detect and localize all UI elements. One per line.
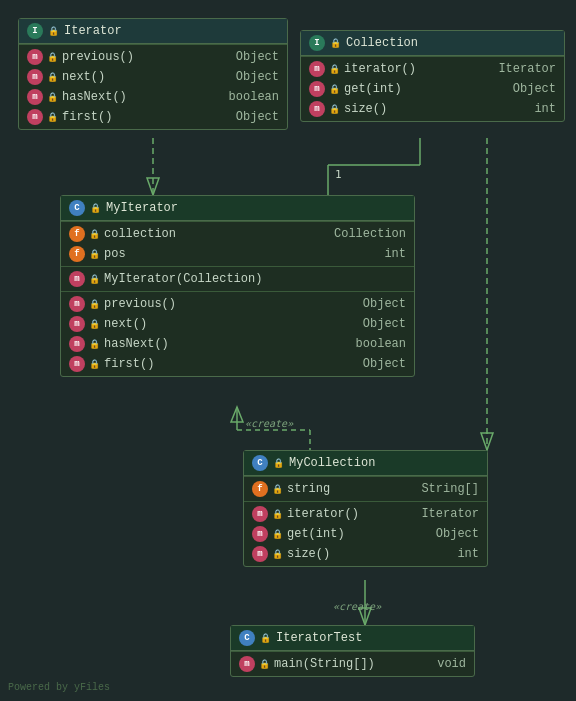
myiterator-badge: C: [69, 200, 85, 216]
myiterator-box: C 🔒 MyIterator f🔒collection Collection f…: [60, 195, 415, 377]
table-row: m🔒iterator() Iterator: [301, 59, 564, 79]
mycollection-header: C 🔒 MyCollection: [244, 451, 487, 476]
mycollection-fields: f🔒string String[]: [244, 476, 487, 501]
table-row: m🔒get(int) Object: [301, 79, 564, 99]
table-row: m🔒next() Object: [61, 314, 414, 334]
iterator-methods: m🔒previous() Object m🔒next() Object m🔒ha…: [19, 44, 287, 129]
iterator-badge: I: [27, 23, 43, 39]
collection-lock: 🔒: [330, 38, 341, 49]
iteratortest-box: C 🔒 IteratorTest m🔒main(String[]) void: [230, 625, 475, 677]
table-row: m🔒previous() Object: [19, 47, 287, 67]
table-row: m🔒hasNext() boolean: [61, 334, 414, 354]
iteratortest-title: IteratorTest: [276, 631, 362, 645]
table-row: f🔒collection Collection: [61, 224, 414, 244]
svg-marker-16: [359, 608, 371, 625]
table-row: m🔒iterator() Iterator: [244, 504, 487, 524]
myiterator-fields: f🔒collection Collection f🔒pos int: [61, 221, 414, 266]
svg-marker-13: [231, 407, 243, 422]
svg-marker-1: [147, 178, 159, 195]
diagram-container: 1 1 «create» «create» I 🔒 Iterator m🔒pre…: [0, 0, 576, 701]
myiterator-header: C 🔒 MyIterator: [61, 196, 414, 221]
table-row: m🔒first() Object: [61, 354, 414, 374]
myiterator-constructor: m🔒MyIterator(Collection): [61, 266, 414, 291]
myiterator-lock: 🔒: [90, 203, 101, 214]
mycollection-title: MyCollection: [289, 456, 375, 470]
svg-text:«create»: «create»: [333, 601, 382, 612]
collection-badge: I: [309, 35, 325, 51]
table-row: f🔒pos int: [61, 244, 414, 264]
mycollection-badge: C: [252, 455, 268, 471]
table-row: m🔒MyIterator(Collection): [61, 269, 414, 289]
collection-methods: m🔒iterator() Iterator m🔒get(int) Object …: [301, 56, 564, 121]
collection-title: Collection: [346, 36, 418, 50]
iterator-lock: 🔒: [48, 26, 59, 37]
svg-text:«create»: «create»: [245, 418, 294, 429]
iterator-box: I 🔒 Iterator m🔒previous() Object m🔒next(…: [18, 18, 288, 130]
iterator-title: Iterator: [64, 24, 122, 38]
iteratortest-header: C 🔒 IteratorTest: [231, 626, 474, 651]
table-row: m🔒size() int: [244, 544, 487, 564]
iteratortest-lock: 🔒: [260, 633, 271, 644]
table-row: m🔒previous() Object: [61, 294, 414, 314]
table-row: m🔒get(int) Object: [244, 524, 487, 544]
table-row: m🔒size() int: [301, 99, 564, 119]
iteratortest-badge: C: [239, 630, 255, 646]
collection-header: I 🔒 Collection: [301, 31, 564, 56]
svg-text:1: 1: [335, 168, 342, 181]
svg-marker-3: [481, 433, 493, 450]
mycollection-methods: m🔒iterator() Iterator m🔒get(int) Object …: [244, 501, 487, 566]
collection-box: I 🔒 Collection m🔒iterator() Iterator m🔒g…: [300, 30, 565, 122]
powered-by: Powered by yFiles: [8, 682, 110, 693]
table-row: m🔒first() Object: [19, 107, 287, 127]
table-row: m🔒main(String[]) void: [231, 654, 474, 674]
table-row: f🔒string String[]: [244, 479, 487, 499]
myiterator-methods: m🔒previous() Object m🔒next() Object m🔒ha…: [61, 291, 414, 376]
myiterator-title: MyIterator: [106, 201, 178, 215]
mycollection-lock: 🔒: [273, 458, 284, 469]
iteratortest-methods: m🔒main(String[]) void: [231, 651, 474, 676]
mycollection-box: C 🔒 MyCollection f🔒string String[] m🔒ite…: [243, 450, 488, 567]
iterator-header: I 🔒 Iterator: [19, 19, 287, 44]
table-row: m🔒next() Object: [19, 67, 287, 87]
table-row: m🔒hasNext() boolean: [19, 87, 287, 107]
